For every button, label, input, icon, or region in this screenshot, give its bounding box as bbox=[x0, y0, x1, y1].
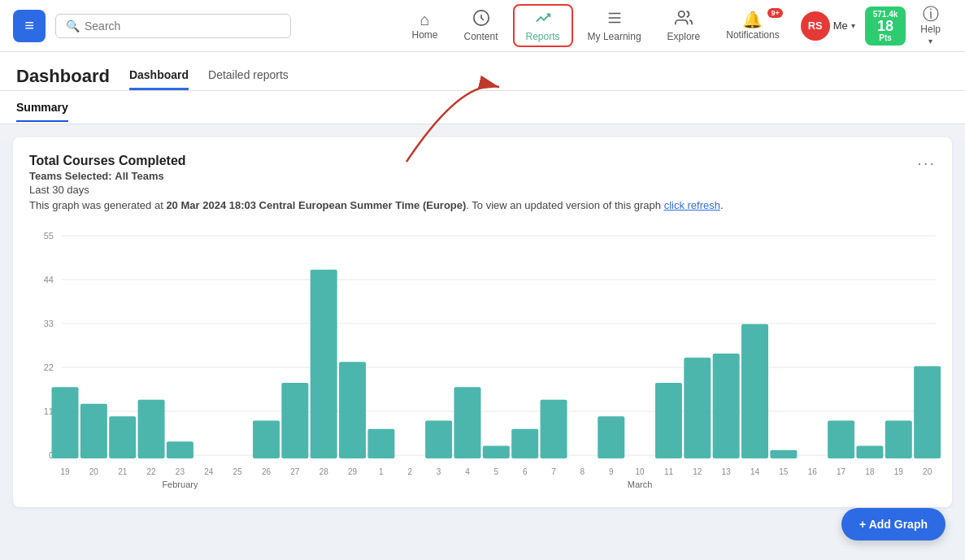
tab-dashboard[interactable]: Dashboard bbox=[129, 68, 189, 90]
nav-item-me[interactable]: RS Me ▾ bbox=[794, 8, 862, 44]
pts-label: Pts bbox=[879, 33, 892, 42]
svg-text:24: 24 bbox=[204, 467, 214, 476]
svg-rect-44 bbox=[511, 429, 538, 458]
bars-layer: 1920212223242526272829123456789101112131… bbox=[29, 228, 956, 504]
svg-text:14: 14 bbox=[750, 467, 760, 476]
tabs: Dashboard Detailed reports bbox=[129, 68, 289, 90]
svg-text:5: 5 bbox=[494, 467, 499, 476]
tab-detailed-reports[interactable]: Detailed reports bbox=[208, 68, 289, 90]
svg-text:20: 20 bbox=[89, 467, 99, 476]
nav-item-explore[interactable]: Explore bbox=[656, 6, 712, 46]
notification-badge: 9+ bbox=[767, 8, 782, 18]
nav-item-reports[interactable]: Reports bbox=[513, 4, 573, 47]
svg-text:27: 27 bbox=[290, 467, 300, 476]
svg-rect-69 bbox=[914, 366, 941, 458]
svg-text:15: 15 bbox=[779, 467, 789, 476]
add-graph-button[interactable]: + Add Graph bbox=[841, 508, 945, 540]
svg-rect-27 bbox=[253, 421, 280, 458]
nav-label-content: Content bbox=[463, 31, 498, 42]
svg-rect-54 bbox=[684, 358, 711, 458]
svg-rect-17 bbox=[80, 404, 107, 458]
svg-point-1 bbox=[679, 11, 685, 17]
help-chevron-icon: ▾ bbox=[928, 37, 932, 46]
svg-text:March: March bbox=[628, 480, 653, 489]
svg-text:16: 16 bbox=[808, 467, 818, 476]
svg-rect-40 bbox=[454, 387, 480, 458]
pts-box[interactable]: 571.4k 18 Pts bbox=[865, 7, 906, 46]
svg-rect-31 bbox=[311, 270, 337, 458]
svg-text:20: 20 bbox=[923, 467, 932, 476]
svg-text:1: 1 bbox=[379, 467, 384, 476]
svg-text:7: 7 bbox=[551, 467, 556, 476]
pts-points: 571.4k bbox=[873, 10, 898, 19]
nav-label-me: Me bbox=[833, 20, 848, 32]
svg-text:9: 9 bbox=[609, 467, 614, 476]
svg-text:28: 28 bbox=[319, 467, 329, 476]
svg-text:29: 29 bbox=[348, 467, 358, 476]
svg-text:11: 11 bbox=[664, 467, 674, 476]
teams-value: All Teams bbox=[115, 170, 163, 182]
svg-rect-63 bbox=[828, 421, 854, 458]
summary-tab[interactable]: Summary bbox=[16, 91, 68, 122]
chart-options-button[interactable]: ··· bbox=[917, 154, 936, 172]
my-learning-icon bbox=[606, 9, 624, 29]
svg-text:17: 17 bbox=[837, 467, 846, 476]
svg-rect-29 bbox=[281, 383, 308, 458]
svg-rect-49 bbox=[598, 416, 624, 458]
nav-label-home: Home bbox=[411, 29, 437, 41]
nav-label-explore: Explore bbox=[667, 31, 701, 42]
chart-header: Total Courses Completed Teams Selected: … bbox=[29, 154, 936, 221]
nav-item-my-learning[interactable]: My Learning bbox=[576, 6, 653, 46]
svg-text:22: 22 bbox=[147, 467, 157, 476]
pts-number: 18 bbox=[877, 19, 893, 33]
refresh-link[interactable]: click refresh bbox=[664, 199, 720, 211]
svg-text:13: 13 bbox=[722, 467, 732, 476]
chart-period: Last 30 days bbox=[29, 184, 724, 196]
search-icon: 🔍 bbox=[66, 20, 80, 33]
chevron-down-icon: ▾ bbox=[851, 21, 855, 30]
nav-label-help: Help bbox=[920, 24, 941, 35]
chart-title: Total Courses Completed bbox=[29, 154, 724, 168]
svg-text:10: 10 bbox=[636, 467, 646, 476]
chart-teams: Teams Selected: All Teams bbox=[29, 170, 724, 182]
chart-date: 20 Mar 2024 18:03 Central European Summe… bbox=[166, 199, 466, 211]
svg-text:8: 8 bbox=[580, 467, 585, 476]
nav-item-help[interactable]: ⓘ Help ▾ bbox=[909, 2, 952, 49]
svg-rect-15 bbox=[52, 387, 79, 458]
nav-label-my-learning: My Learning bbox=[588, 31, 641, 42]
search-input[interactable] bbox=[85, 20, 280, 33]
svg-text:3: 3 bbox=[437, 467, 441, 476]
svg-text:21: 21 bbox=[118, 467, 128, 476]
svg-text:12: 12 bbox=[693, 467, 702, 476]
main-content: Total Courses Completed Teams Selected: … bbox=[0, 137, 965, 560]
nav-item-content[interactable]: Content bbox=[452, 6, 509, 46]
chart-card: Total Courses Completed Teams Selected: … bbox=[13, 137, 952, 507]
svg-rect-60 bbox=[770, 450, 797, 458]
svg-rect-38 bbox=[425, 421, 452, 458]
svg-text:26: 26 bbox=[262, 467, 272, 476]
teams-label: Teams Selected: bbox=[29, 170, 112, 182]
svg-text:25: 25 bbox=[233, 467, 243, 476]
reports-icon bbox=[534, 9, 552, 29]
sub-header: Dashboard Dashboard Detailed reports bbox=[0, 52, 965, 91]
logo-icon: ≡ bbox=[24, 16, 34, 35]
svg-rect-52 bbox=[655, 383, 682, 458]
nav-item-notifications[interactable]: 9+ 🔔 Notifications bbox=[715, 8, 790, 44]
svg-text:2: 2 bbox=[407, 467, 412, 476]
app-logo: ≡ bbox=[13, 10, 46, 42]
nav-label-notifications: Notifications bbox=[726, 29, 779, 41]
svg-rect-42 bbox=[483, 446, 510, 458]
svg-text:4: 4 bbox=[465, 467, 470, 476]
home-icon: ⌂ bbox=[419, 11, 429, 28]
nav-item-home[interactable]: ⌂ Home bbox=[400, 8, 449, 44]
svg-rect-19 bbox=[109, 416, 136, 458]
nav-label-reports: Reports bbox=[526, 31, 560, 42]
svg-text:23: 23 bbox=[176, 467, 185, 476]
chart-desc: This graph was generated at 20 Mar 2024 … bbox=[29, 199, 724, 211]
svg-text:February: February bbox=[162, 480, 198, 489]
svg-rect-33 bbox=[339, 362, 366, 458]
search-box[interactable]: 🔍 bbox=[55, 14, 291, 38]
page-title: Dashboard bbox=[16, 66, 110, 87]
svg-rect-21 bbox=[138, 400, 165, 458]
avatar: RS bbox=[801, 11, 830, 41]
